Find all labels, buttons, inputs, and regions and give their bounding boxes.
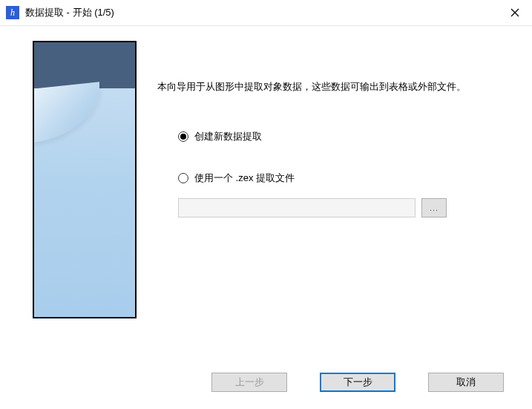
next-button-label: 下一步: [344, 376, 372, 389]
radio-use-file-label: 使用一个 .zex 提取文件: [194, 171, 295, 185]
close-button[interactable]: [498, 0, 532, 26]
radio-icon: [178, 131, 188, 142]
next-button[interactable]: 下一步: [320, 373, 395, 392]
window-title: 数据提取 - 开始 (1/5): [25, 6, 114, 19]
radio-create-new[interactable]: 创建新数据提取: [178, 130, 510, 143]
back-button-label: 上一步: [235, 376, 264, 389]
close-icon: [510, 8, 519, 17]
zex-file-input: [178, 198, 416, 217]
option-group: 创建新数据提取 使用一个 .zex 提取文件 ...: [157, 130, 510, 217]
radio-create-new-label: 创建新数据提取: [194, 130, 262, 143]
wizard-side-graphic: [33, 41, 137, 318]
browse-button[interactable]: ...: [421, 198, 447, 217]
browse-button-label: ...: [430, 203, 439, 212]
back-button: 上一步: [211, 373, 287, 392]
file-picker-row: ...: [178, 198, 510, 217]
wizard-main: 本向导用于从图形中提取对象数据，这些数据可输出到表格或外部文件。 创建新数据提取…: [157, 41, 510, 359]
cancel-button[interactable]: 取消: [428, 373, 504, 392]
titlebar: h 数据提取 - 开始 (1/5): [0, 0, 532, 26]
app-icon: h: [6, 6, 19, 19]
cancel-button-label: 取消: [456, 376, 476, 389]
radio-icon: [178, 173, 188, 183]
wizard-body: 本向导用于从图形中提取对象数据，这些数据可输出到表格或外部文件。 创建新数据提取…: [0, 26, 532, 366]
wizard-button-row: 上一步 下一步 取消: [0, 366, 532, 409]
radio-use-file[interactable]: 使用一个 .zex 提取文件: [178, 171, 510, 185]
intro-text: 本向导用于从图形中提取对象数据，这些数据可输出到表格或外部文件。: [157, 79, 510, 94]
